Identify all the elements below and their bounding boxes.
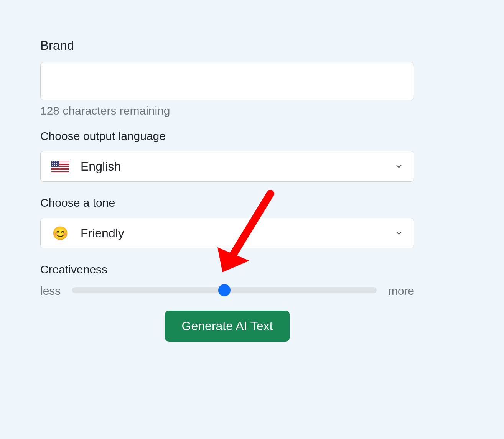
- generate-button[interactable]: Generate AI Text: [165, 311, 290, 342]
- creativeness-field: Creativeness less more: [40, 263, 414, 298]
- brand-input[interactable]: [40, 62, 414, 100]
- language-select[interactable]: English: [40, 151, 414, 182]
- tone-field: Choose a tone 😊 Friendly: [40, 196, 414, 248]
- creativeness-slider-track: [72, 287, 376, 295]
- smile-emoji-icon: 😊: [51, 227, 69, 239]
- ai-text-form: Brand 128 characters remaining Choose ou…: [40, 38, 414, 342]
- creativeness-min-label: less: [40, 284, 61, 298]
- creativeness-max-label: more: [388, 284, 414, 298]
- creativeness-slider-row: less more: [40, 284, 414, 298]
- chevron-down-icon: [395, 162, 403, 171]
- language-field: Choose output language English: [40, 130, 414, 182]
- brand-field: Brand 128 characters remaining: [40, 38, 414, 117]
- language-label: Choose output language: [40, 130, 414, 143]
- tone-select[interactable]: 😊 Friendly: [40, 218, 414, 248]
- tone-selected-label: Friendly: [81, 226, 395, 240]
- us-flag-icon: [51, 160, 69, 173]
- tone-label: Choose a tone: [40, 196, 414, 209]
- brand-label: Brand: [40, 38, 414, 53]
- brand-chars-remaining: 128 characters remaining: [40, 104, 414, 117]
- creativeness-label: Creativeness: [40, 263, 414, 276]
- creativeness-slider[interactable]: [72, 287, 376, 293]
- language-selected-label: English: [81, 159, 395, 174]
- chevron-down-icon: [395, 229, 403, 237]
- form-actions: Generate AI Text: [40, 311, 414, 342]
